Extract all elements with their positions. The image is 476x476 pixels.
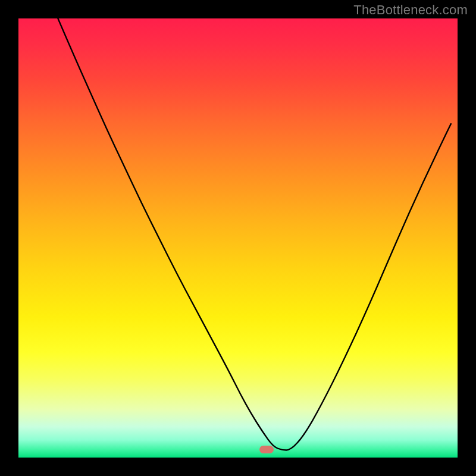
optimal-marker (259, 446, 274, 453)
bottleneck-curve (18, 18, 458, 458)
watermark-text: TheBottleneck.com (353, 2, 468, 18)
chart-frame: TheBottleneck.com (0, 0, 476, 476)
plot-area (18, 18, 458, 458)
